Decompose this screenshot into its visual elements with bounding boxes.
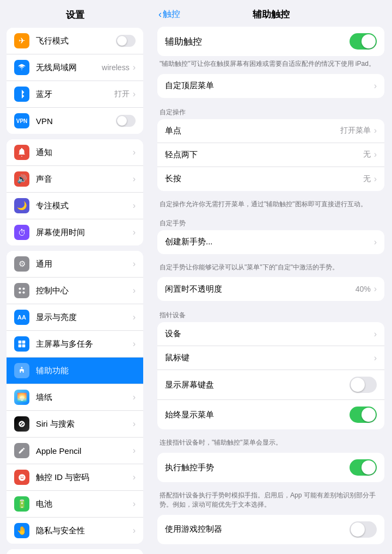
- siri-icon: [14, 416, 29, 432]
- double-tap-value: 无: [363, 150, 371, 159]
- homescreen-chevron: ›: [133, 339, 136, 349]
- sidebar-item-focus[interactable]: 🌙 专注模式 ›: [7, 193, 143, 219]
- top-menu-row[interactable]: 自定顶层菜单 ›: [157, 74, 384, 98]
- wallpaper-label: 墙纸: [36, 392, 132, 403]
- execute-gesture-toggle[interactable]: [350, 459, 377, 476]
- double-tap-row[interactable]: 轻点两下 无 ›: [157, 143, 384, 167]
- sidebar-item-siri[interactable]: Siri 与搜索 ›: [7, 411, 143, 438]
- wifi-label: 无线局域网: [36, 63, 102, 73]
- sidebar-item-wallpaper[interactable]: 🌅 墙纸 ›: [7, 384, 143, 411]
- system-group: ⚙ 通用 › 控制中心 › AA 显示与亮度 › 主屏幕与多任务 ›: [7, 251, 143, 544]
- single-tap-label: 单点: [165, 126, 340, 136]
- sidebar-item-notification[interactable]: 通知 ›: [7, 139, 143, 166]
- pencil-label: Apple Pencil: [36, 446, 132, 455]
- accessibility-icon: [14, 363, 29, 378]
- single-tap-row[interactable]: 单点 打开菜单 ›: [157, 119, 384, 143]
- long-press-row[interactable]: 长按 无 ›: [157, 167, 384, 191]
- mouse-row[interactable]: 鼠标键 ›: [157, 346, 384, 370]
- svg-rect-7: [22, 344, 26, 348]
- single-tap-chevron: ›: [374, 126, 377, 136]
- create-gesture-chevron: ›: [374, 237, 377, 247]
- game-controller-row[interactable]: 使用游戏控制器: [157, 515, 384, 544]
- always-show-toggle[interactable]: [350, 407, 377, 423]
- siri-chevron: ›: [133, 419, 136, 429]
- focus-label: 专注模式: [36, 201, 132, 211]
- bluetooth-icon: [14, 87, 29, 102]
- idle-opacity-chevron: ›: [374, 284, 377, 294]
- focus-icon: 🌙: [14, 198, 29, 213]
- show-keyboard-toggle[interactable]: [350, 377, 377, 393]
- custom-gesture-footer: 自定手势让你能够记录可以从"菜单"下的"自定"中激活的手势。: [157, 260, 384, 278]
- sidebar-item-wifi[interactable]: 无线局域网 wireless ›: [7, 54, 143, 81]
- controlcenter-chevron: ›: [133, 286, 136, 296]
- sidebar-item-vpn[interactable]: VPN VPN: [7, 108, 143, 134]
- homescreen-label: 主屏幕与多任务: [36, 339, 132, 349]
- create-gesture-label: 创建新手势...: [165, 237, 373, 247]
- airplane-toggle[interactable]: [116, 35, 136, 47]
- svg-rect-4: [19, 341, 22, 344]
- homescreen-icon: [14, 336, 29, 352]
- sidebar-item-battery[interactable]: 🔋 电池 ›: [7, 491, 143, 518]
- sidebar-title: 设置: [0, 0, 150, 28]
- accessibility-label: 辅助功能: [36, 366, 136, 376]
- back-button[interactable]: ‹ 触控: [158, 9, 180, 20]
- main-assistive-toggle[interactable]: [350, 33, 377, 50]
- execute-gesture-row[interactable]: 执行触控手势: [157, 453, 384, 482]
- network-group: ✈ 飞行模式 无线局域网 wireless › 蓝牙 打开 › VPN VPN: [7, 28, 143, 134]
- long-press-chevron: ›: [374, 174, 377, 184]
- pencil-chevron: ›: [133, 446, 136, 455]
- game-controller-label: 使用游戏控制器: [165, 524, 350, 534]
- always-show-row[interactable]: 始终显示菜单: [157, 400, 384, 429]
- show-keyboard-row[interactable]: 显示屏幕键盘: [157, 370, 384, 400]
- settings-sidebar: 设置 ✈ 飞行模式 无线局域网 wireless › 蓝牙 打开 › VPN V…: [0, 0, 150, 554]
- idle-opacity-row[interactable]: 闲置时不透明度 40% ›: [157, 277, 384, 301]
- sidebar-item-bluetooth[interactable]: 蓝牙 打开 ›: [7, 81, 143, 108]
- sidebar-item-screentime[interactable]: ⏱ 屏幕使用时间 ›: [7, 219, 143, 245]
- create-gesture-row[interactable]: 创建新手势... ›: [157, 230, 384, 254]
- vpn-toggle[interactable]: [116, 115, 136, 127]
- top-menu-chevron: ›: [374, 81, 377, 91]
- battery-label: 电池: [36, 499, 132, 509]
- apps-group: 通知 › 🔊 声音 › 🌙 专注模式 › ⏱ 屏幕使用时间 ›: [7, 139, 143, 245]
- sound-label: 声音: [36, 174, 132, 184]
- display-chevron: ›: [133, 312, 136, 322]
- svg-point-0: [19, 287, 21, 290]
- custom-ops-header: 自定操作: [157, 103, 384, 119]
- back-chevron-icon: ‹: [158, 9, 162, 20]
- svg-point-3: [22, 291, 24, 293]
- sidebar-item-airplane[interactable]: ✈ 飞行模式: [7, 28, 143, 54]
- sidebar-item-appstore[interactable]: App Store ›: [7, 549, 143, 554]
- sidebar-item-sound[interactable]: 🔊 声音 ›: [7, 166, 143, 193]
- battery-chevron: ›: [133, 499, 136, 509]
- battery-icon: 🔋: [14, 496, 29, 512]
- sidebar-item-controlcenter[interactable]: 控制中心 ›: [7, 278, 143, 304]
- bluetooth-value: 打开: [114, 89, 130, 99]
- sidebar-item-privacy[interactable]: 🤚 隐私与安全性 ›: [7, 518, 143, 544]
- device-chevron: ›: [374, 329, 377, 339]
- general-icon: ⚙: [14, 256, 29, 272]
- sidebar-item-accessibility[interactable]: 辅助功能: [7, 358, 143, 384]
- game-controller-toggle[interactable]: [350, 521, 377, 538]
- sidebar-item-homescreen[interactable]: 主屏幕与多任务 ›: [7, 331, 143, 358]
- focus-chevron: ›: [133, 201, 136, 211]
- privacy-icon: 🤚: [14, 523, 29, 538]
- sidebar-item-display[interactable]: AA 显示与亮度 ›: [7, 304, 143, 331]
- idle-opacity-group: 闲置时不透明度 40% ›: [157, 277, 384, 301]
- double-tap-chevron: ›: [374, 150, 377, 159]
- execute-gesture-group: 执行触控手势: [157, 453, 384, 482]
- sidebar-item-pencil[interactable]: Apple Pencil ›: [7, 438, 143, 464]
- svg-rect-6: [19, 344, 22, 348]
- notification-label: 通知: [36, 147, 132, 158]
- sound-icon: 🔊: [14, 171, 29, 187]
- main-toggle-description: "辅助触控"可让你在触摸屏幕有困难或需要自适应配件的情况下使用 iPad。: [157, 59, 384, 74]
- screentime-label: 屏幕使用时间: [36, 227, 132, 238]
- page-title: 辅助触控: [253, 8, 290, 21]
- wifi-icon: [14, 60, 29, 75]
- privacy-chevron: ›: [133, 526, 136, 535]
- device-row[interactable]: 设备 ›: [157, 322, 384, 346]
- sidebar-item-faceid[interactable]: 触控 ID 与密码 ›: [7, 464, 143, 491]
- show-keyboard-label: 显示屏幕键盘: [165, 380, 350, 390]
- sidebar-item-general[interactable]: ⚙ 通用 ›: [7, 251, 143, 278]
- wallpaper-icon: 🌅: [14, 390, 29, 405]
- execute-gesture-label: 执行触控手势: [165, 463, 350, 473]
